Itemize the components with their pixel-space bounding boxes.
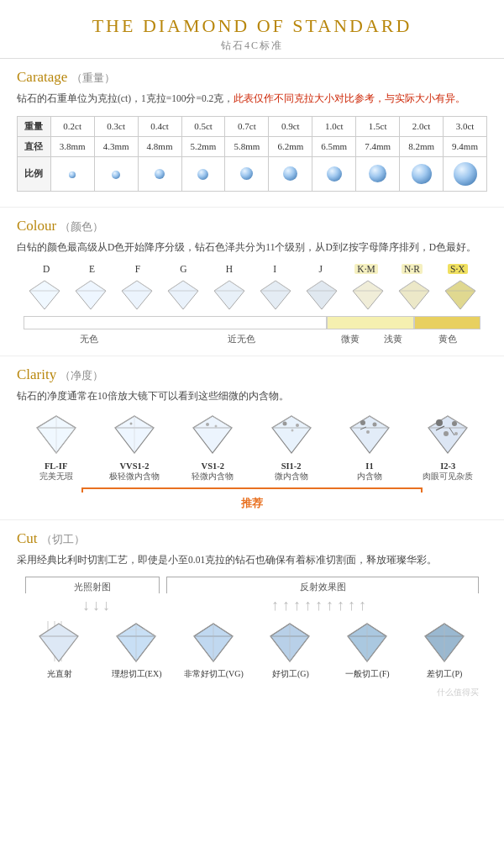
svg-marker-53 [193,416,232,453]
ratio-label: 比例 [18,156,51,191]
clarity-desc-vvs: 极轻微内含物 [95,471,173,482]
clarity-items: FL-IF 完美无瑕 VVS1-2 极轻微内含物 [17,414,487,482]
svg-marker-16 [214,281,244,309]
cut-item-f: 一般切工(F) [329,619,407,680]
colour-grades-row: D E F G H I J K·M N·R [17,264,487,276]
cut-label-ex: 理想切工(EX) [98,668,176,680]
diameter-label: 直径 [18,136,51,156]
clarity-recommend-bracket [81,487,423,493]
clarity-recommend-wrapper: 推荐 [17,486,487,511]
colour-section: Colour （颜色） 白钻的颜色最高级从D色开始降序分级，钻石色泽共分为11个… [0,208,504,357]
clarity-desc-i1: 内含物 [330,471,408,482]
cut-subsection-header: 光照射图 反射效果图 [17,577,487,593]
clarity-code-vvs: VVS1-2 [95,461,173,471]
svg-point-72 [366,430,370,434]
colour-desc-jinyanse: 近无色 [154,333,328,345]
cut-arrows-row: ↓ ↓ ↓ ↑ ↑ ↑ ↑ ↑ ↑ ↑ ↑ ↑ [17,593,487,616]
clarity-item-flif: FL-IF 完美无瑕 [17,414,95,482]
cut-down-arrows: ↓ ↓ ↓ [29,597,163,614]
clarity-desc: 钻石的净度通常在10倍放大镜下可以看到这些细微的内含物。 [17,388,487,405]
caratage-title: Caratage （重量） [17,69,487,86]
svg-point-81 [454,432,458,435]
colour-desc-wusecolor: 无色 [24,333,154,345]
colour-desc-qianhuang: 浅黄 [371,333,415,345]
colour-diamonds-visual-row [17,276,487,314]
svg-point-71 [372,422,376,426]
svg-marker-28 [353,281,383,309]
clarity-code-i1: I1 [330,461,408,471]
cut-light-label: 光照射图 [25,577,160,593]
cut-section: Cut （切工） 采用经典比利时切割工艺，即使是小至0.01克拉的钻石也确保有着… [0,520,504,714]
svg-marker-20 [260,281,291,309]
svg-marker-66 [350,416,389,453]
carat-diameter-row: 直径 3.8mm 4.3mm 4.8mm 5.2mm 5.8mm 6.2mm 6… [18,136,487,156]
cut-item-g: 好切工(G) [252,619,329,680]
clarity-item-si: SI1-2 微内含物 [252,414,330,482]
clarity-title: Clarity （净度） [17,366,487,383]
colour-desc-weihuang: 微黄 [328,333,372,345]
clarity-desc-vs: 轻微内含物 [174,471,252,482]
cut-items-row: 光直射 理想切工(EX) [17,616,487,683]
colour-diamond-E [74,279,108,311]
caratage-desc: 钻石的石重单位为克拉(ct)，1克拉=100分=0.2克，此表仅作不同克拉大小对… [17,91,487,108]
cut-label-vg: 非常好切工(VG) [175,668,252,680]
cut-label-g: 好切工(G) [252,668,329,680]
clarity-desc-flif: 完美无瑕 [17,471,95,482]
colour-diamond-H [213,279,246,311]
cut-title: Cut （切工） [17,530,487,547]
svg-marker-59 [272,416,311,453]
carat-header-row: 重量 0.2ct 0.3ct 0.4ct 0.5ct 0.7ct 0.9ct 1… [18,116,487,136]
clarity-code-si: SI1-2 [252,461,330,471]
cut-up-arrows: ↑ ↑ ↑ ↑ ↑ ↑ ↑ ↑ ↑ [163,597,475,614]
colour-diamond-J [305,279,339,311]
colour-diamond-SX [444,279,477,311]
svg-marker-4 [76,281,106,309]
svg-point-57 [206,423,209,426]
colour-desc-labels: 无色 近无色 微黄 浅黄 黄色 [17,331,487,347]
clarity-desc-i23: 肉眼可见杂质 [409,471,487,482]
cut-label-f: 一般切工(F) [329,668,407,680]
colour-desc: 白钻的颜色最高级从D色开始降序分级，钻石色泽共分为11个级别，从D到Z按字母降序… [17,240,487,256]
clarity-code-flif: FL-IF [17,461,95,471]
svg-marker-8 [122,281,152,309]
header-title-zh: 钻石4C标准 [8,39,496,53]
svg-point-64 [296,424,299,427]
weight-label: 重量 [18,116,51,136]
colour-diamond-F [120,279,154,311]
svg-marker-12 [168,281,198,309]
svg-point-78 [436,419,443,426]
clarity-section: Clarity （净度） 钻石的净度通常在10倍放大镜下可以看到这些细微的内含物… [0,356,504,520]
colour-diamond-NR [397,279,431,311]
svg-marker-24 [307,281,337,309]
cut-desc: 采用经典比利时切割工艺，即使是小至0.01克拉的钻石也确保有着标准切割面，释放璀… [17,552,487,569]
svg-point-70 [360,420,365,425]
cut-reflect-label: 反射效果图 [166,577,479,593]
clarity-item-vvs: VVS1-2 极轻微内含物 [95,414,173,482]
colour-desc-huangse: 黄色 [415,333,480,345]
clarity-item-vs: VS1-2 轻微内含物 [174,414,252,482]
colour-bar-white [24,316,327,329]
cut-label-p: 差切工(P) [406,668,483,680]
cut-item-ex: 理想切工(EX) [98,619,176,680]
clarity-code-vs: VS1-2 [174,461,252,471]
header: THE DIAMOND OF STANDARD 钻石4C标准 [0,0,504,59]
svg-point-65 [291,429,293,431]
header-title-en: THE DIAMOND OF STANDARD [8,15,496,37]
clarity-recommend-text: 推荐 [34,496,470,511]
svg-marker-36 [445,281,475,309]
colour-bar-yellow [414,316,480,329]
clarity-item-i1: I1 内含物 [330,414,408,482]
svg-point-58 [215,424,218,427]
colour-title: Colour （颜色） [17,218,487,234]
cut-item-direct: 光直射 [21,619,98,680]
cut-item-vg: 非常好切工(VG) [175,619,252,680]
clarity-item-i23: I2-3 肉眼可见杂质 [409,414,487,482]
svg-marker-87 [39,624,78,661]
colour-diamond-KM [351,279,385,311]
clarity-code-i23: I2-3 [409,461,487,471]
clarity-desc-si: 微内含物 [252,471,330,482]
svg-point-79 [452,421,457,426]
carat-table: 重量 0.2ct 0.3ct 0.4ct 0.5ct 0.7ct 0.9ct 1… [17,116,487,192]
colour-bar-lightyellow [327,316,414,329]
svg-point-80 [444,431,449,436]
